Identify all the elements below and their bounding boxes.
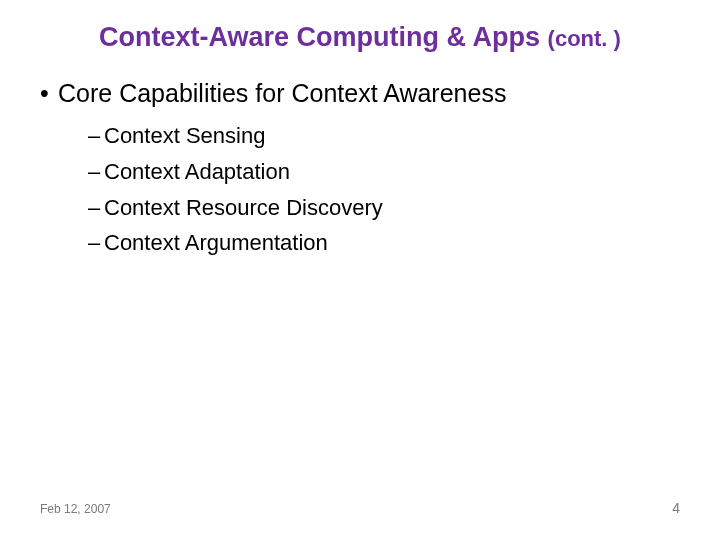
footer-page-number: 4 bbox=[672, 500, 680, 516]
sub-bullet-marker: – bbox=[88, 193, 104, 223]
sub-bullet-marker: – bbox=[88, 228, 104, 258]
title-main: Context-Aware Computing & Apps bbox=[99, 22, 548, 52]
sub-bullet-marker: – bbox=[88, 121, 104, 151]
sub-bullet: –Context Argumentation bbox=[88, 228, 680, 258]
title-cont: (cont. ) bbox=[548, 26, 621, 51]
sub-bullet-text: Context Argumentation bbox=[104, 230, 328, 255]
bullet-text: Core Capabilities for Context Awareness bbox=[58, 79, 506, 107]
slide-title: Context-Aware Computing & Apps (cont. ) bbox=[0, 22, 720, 53]
bullet-marker: • bbox=[40, 78, 58, 109]
sub-bullet: –Context Resource Discovery bbox=[88, 193, 680, 223]
sub-bullet-marker: – bbox=[88, 157, 104, 187]
sub-bullet-text: Context Resource Discovery bbox=[104, 195, 383, 220]
footer-date: Feb 12, 2007 bbox=[40, 502, 111, 516]
sub-bullet: –Context Sensing bbox=[88, 121, 680, 151]
sub-bullet: –Context Adaptation bbox=[88, 157, 680, 187]
sub-bullet-list: –Context Sensing –Context Adaptation –Co… bbox=[88, 121, 680, 258]
slide: Context-Aware Computing & Apps (cont. ) … bbox=[0, 0, 720, 540]
sub-bullet-text: Context Adaptation bbox=[104, 159, 290, 184]
slide-body: •Core Capabilities for Context Awareness… bbox=[40, 78, 680, 264]
bullet-level1: •Core Capabilities for Context Awareness bbox=[40, 78, 680, 109]
sub-bullet-text: Context Sensing bbox=[104, 123, 265, 148]
